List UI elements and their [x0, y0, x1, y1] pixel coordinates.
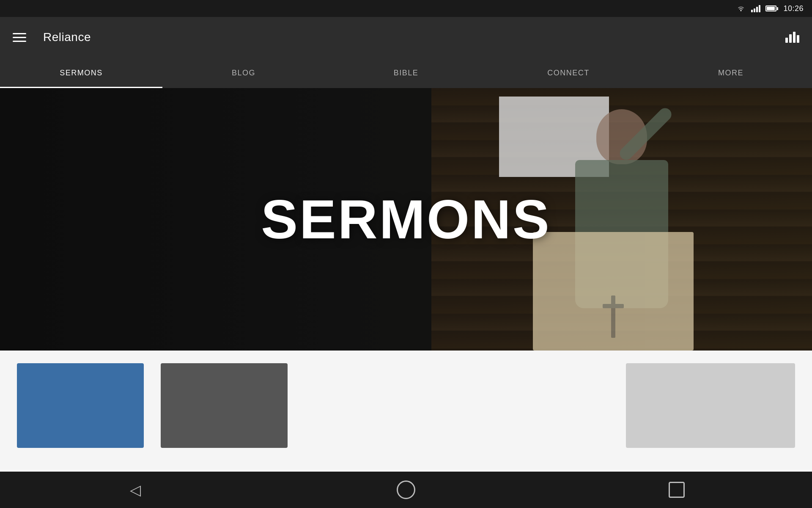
tab-more[interactable]: MORE [650, 58, 812, 88]
tab-bible[interactable]: BIBLE [325, 58, 487, 88]
status-bar: 10:26 [0, 0, 812, 17]
bottom-nav: ◁ [0, 472, 812, 508]
wifi-icon [736, 4, 746, 13]
tab-sermons[interactable]: SERMONS [0, 58, 162, 88]
bar-chart-icon [785, 32, 799, 43]
home-icon [397, 480, 415, 499]
nav-tabs: SERMONS BLOG BIBLE CONNECT MORE [0, 58, 812, 88]
hamburger-icon [13, 33, 26, 42]
time-display: 10:26 [783, 4, 804, 13]
signal-icon [751, 5, 760, 12]
svg-rect-0 [611, 295, 615, 338]
sermon-card-2[interactable] [161, 363, 288, 448]
app-title: Reliance [43, 30, 91, 44]
sermon-card-1[interactable] [17, 363, 144, 448]
hero-section: SERMONS [0, 88, 812, 351]
recents-button[interactable] [660, 473, 694, 507]
sermon-card-3[interactable] [626, 363, 795, 448]
bar-chart-button[interactable] [785, 32, 799, 43]
podium [533, 232, 694, 351]
app-bar: Reliance [0, 17, 812, 58]
svg-rect-1 [603, 304, 624, 308]
home-button[interactable] [389, 473, 423, 507]
content-area [0, 351, 812, 470]
back-button[interactable]: ◁ [118, 473, 152, 507]
recents-icon [669, 482, 685, 498]
hamburger-menu-button[interactable] [13, 33, 26, 42]
back-icon: ◁ [130, 481, 141, 498]
tab-connect[interactable]: CONNECT [487, 58, 650, 88]
battery-icon [765, 6, 778, 11]
hero-title: SERMONS [261, 188, 551, 251]
tab-blog[interactable]: BLOG [162, 58, 325, 88]
